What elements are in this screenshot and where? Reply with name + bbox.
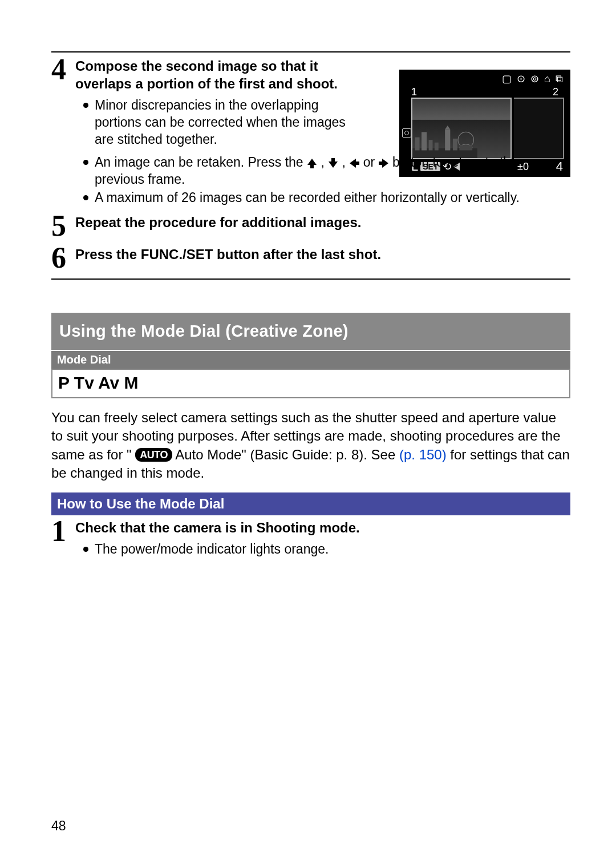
svg-rect-3 (429, 140, 433, 150)
bullet-item: Minor discrepancies in the overlapping p… (83, 97, 360, 148)
svg-marker-6 (445, 126, 450, 130)
lcd-num-1: 1 (411, 86, 417, 98)
svg-marker-12 (350, 159, 359, 168)
step-6: 6 Press the FUNC./SET button after the l… (51, 245, 570, 273)
lcd-num-2: 2 (553, 86, 558, 98)
mode-list: P Tv Av M (51, 369, 570, 398)
section-heading: Using the Mode Dial (Creative Zone) (51, 313, 570, 350)
step-title: Press the FUNC./SET button after the las… (75, 245, 570, 263)
bullet-text: , (342, 155, 350, 169)
step-5: 5 Repeat the procedure for additional im… (51, 213, 570, 241)
bullet-item: An image can be retaken. Press the , , o… (83, 154, 570, 188)
step-number: 4 (51, 55, 75, 84)
step-number: 5 (51, 211, 75, 241)
manual-page: ▢ ⊙ ⊚ ⌂ ⧉ 1 → 2 (0, 0, 616, 868)
lcd-frame-1 (411, 98, 512, 159)
cityscape-icon (412, 126, 477, 158)
page-number: 48 (51, 818, 66, 834)
arrow-down-icon (328, 158, 338, 168)
top-rule (51, 51, 570, 53)
bullet-text: or (363, 155, 379, 169)
lcd-frame-numbers: 1 → 2 (411, 86, 558, 98)
intro-paragraph: You can freely select camera settings su… (51, 409, 570, 483)
svg-rect-9 (459, 145, 472, 150)
arrow-up-icon (307, 158, 317, 168)
lcd-top-icons: ▢ ⊙ ⊚ ⌂ ⧉ (408, 72, 564, 85)
lcd-frame-2 (514, 98, 564, 159)
step-number: 6 (51, 243, 75, 273)
page-reference-link[interactable]: (p. 150) (399, 447, 447, 462)
mode-dial-label: Mode Dial (51, 351, 570, 369)
step-title: Repeat the procedure for additional imag… (75, 213, 570, 231)
step-title: Compose the second image so that it over… (75, 57, 360, 92)
metering-icon (402, 128, 411, 138)
auto-pill-icon: AUTO (135, 448, 172, 462)
divider (51, 278, 570, 280)
step-title: Check that the camera is in Shooting mod… (75, 519, 570, 536)
lcd-frames (411, 98, 564, 159)
arrow-left-icon (349, 158, 359, 168)
svg-rect-1 (415, 137, 420, 150)
bullet-text: An image can be retaken. Press the (95, 155, 307, 169)
bullet-text: , (321, 155, 328, 169)
svg-rect-4 (435, 143, 439, 151)
svg-marker-11 (329, 158, 338, 168)
bullet-item: A maximum of 26 images can be recorded e… (83, 189, 570, 207)
svg-marker-13 (379, 159, 388, 168)
svg-rect-2 (422, 132, 427, 150)
step-number: 1 (51, 516, 75, 546)
how-to-heading: How to Use the Mode Dial (51, 492, 570, 515)
para-text: Auto Mode" (Basic Guide: p. 8). See (175, 447, 399, 462)
svg-rect-7 (453, 139, 457, 151)
bullet-item: The power/mode indicator lights orange. (83, 541, 570, 558)
svg-rect-5 (445, 130, 450, 151)
step-1: 1 Check that the camera is in Shooting m… (51, 519, 570, 559)
svg-marker-10 (307, 159, 317, 168)
arrow-right-icon (379, 158, 389, 168)
